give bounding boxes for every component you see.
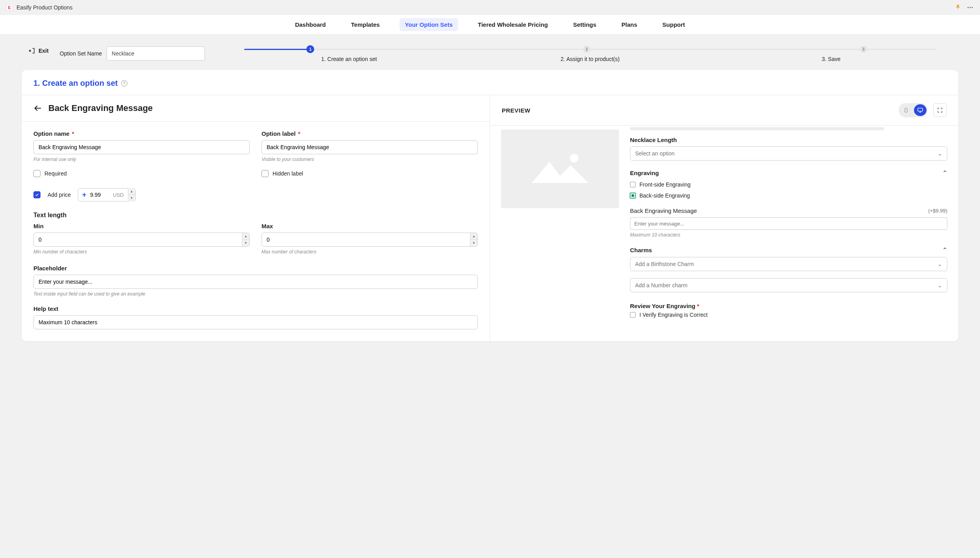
front-engraving-checkbox[interactable]	[630, 182, 636, 187]
svg-point-6	[570, 154, 578, 163]
required-label: Required	[44, 170, 67, 177]
front-engraving-label: Front-side Engraving	[639, 181, 691, 188]
svg-point-1	[970, 7, 971, 8]
price-step-down[interactable]: ▼	[128, 195, 135, 201]
nav-plans[interactable]: Plans	[616, 18, 643, 31]
main-panel: 1. Create an option set ? Back Engraving…	[22, 70, 958, 341]
svg-point-0	[967, 7, 969, 8]
option-label-label: Option label *	[262, 130, 478, 137]
back-arrow-icon[interactable]	[33, 104, 42, 113]
skeleton-line	[630, 127, 884, 130]
necklace-length-select[interactable]: Select an option ⌄	[630, 146, 947, 161]
verify-label: I Verify Engraving is Correct	[639, 312, 708, 318]
help-text-input[interactable]	[33, 315, 478, 329]
option-set-name-label: Option Set Name	[60, 50, 102, 57]
exit-button[interactable]: Exit	[28, 47, 49, 54]
back-engraving-label: Back-side Engraving	[639, 192, 690, 199]
back-engraving-checkbox[interactable]	[630, 193, 636, 198]
step-3-label: 3. Save	[711, 56, 952, 62]
add-price-label: Add price	[48, 192, 71, 198]
nav-tiered[interactable]: Tiered Wholesale Pricing	[472, 18, 553, 31]
option-name-hint: For internal use only	[33, 157, 250, 162]
nav-support[interactable]: Support	[657, 18, 691, 31]
svg-point-2	[972, 7, 973, 8]
app-title: Easify Product Options	[17, 4, 72, 11]
chevron-up-icon[interactable]: ⌃	[942, 169, 947, 177]
back-msg-hint: Maximum 10 characters	[630, 232, 947, 238]
svg-marker-5	[532, 162, 588, 183]
placeholder-heading: Placeholder	[33, 265, 478, 272]
add-price-checkbox[interactable]	[33, 191, 41, 198]
price-input[interactable]	[90, 192, 109, 198]
option-set-name-input[interactable]	[107, 46, 205, 61]
option-name-input[interactable]	[33, 140, 250, 154]
help-icon[interactable]: ?	[121, 80, 127, 87]
top-bar: E Easify Product Options	[0, 0, 980, 15]
step-1-node[interactable]: 1	[306, 45, 314, 53]
nav-your-option-sets[interactable]: Your Option Sets	[400, 18, 458, 31]
panel-title: 1. Create an option set	[33, 79, 118, 88]
expand-button[interactable]	[933, 103, 947, 117]
preview-title: PREVIEW	[502, 107, 531, 114]
exit-icon	[28, 47, 35, 54]
required-checkbox[interactable]	[33, 170, 41, 177]
text-length-heading: Text length	[33, 212, 478, 219]
help-text-heading: Help text	[33, 305, 478, 312]
price-input-group: + USD ▲ ▼	[78, 188, 135, 201]
more-icon[interactable]	[967, 4, 974, 11]
max-input[interactable]	[262, 233, 478, 247]
verify-checkbox[interactable]	[630, 312, 636, 318]
hidden-label-checkbox[interactable]	[262, 170, 269, 177]
review-label: Review Your Engraving *	[630, 303, 947, 309]
necklace-length-label: Necklace Length	[630, 137, 947, 143]
stepper-zone: Exit Option Set Name 1 2 3 1. Create an …	[0, 35, 980, 70]
number-charm-select[interactable]: Add a Number charm ⌄	[630, 278, 947, 292]
max-step-up[interactable]: ▲	[470, 233, 477, 240]
desktop-view-button[interactable]	[914, 104, 927, 116]
max-step-down[interactable]: ▼	[470, 240, 477, 246]
chevron-down-icon: ⌄	[938, 282, 942, 288]
step-3-node[interactable]: 3	[860, 46, 867, 53]
chevron-down-icon: ⌄	[938, 150, 942, 157]
placeholder-input[interactable]	[33, 275, 478, 289]
product-image-placeholder	[501, 129, 619, 208]
option-title: Back Engraving Message	[48, 103, 153, 113]
nav-dashboard[interactable]: Dashboard	[289, 18, 331, 31]
chevron-up-icon[interactable]: ⌃	[942, 246, 947, 254]
app-logo: E	[6, 4, 13, 11]
min-input[interactable]	[33, 233, 250, 247]
charms-label: Charms	[630, 247, 652, 253]
step-1-label: 1. Create an option set	[228, 56, 470, 62]
option-label-input[interactable]	[262, 140, 478, 154]
nav-settings[interactable]: Settings	[567, 18, 602, 31]
hidden-label-label: Hidden label	[273, 170, 303, 177]
exit-label: Exit	[39, 48, 49, 54]
preview-pane: PREVIEW	[490, 95, 958, 341]
progress-stepper: 1 2 3 1. Create an option set 2. Assign …	[228, 46, 952, 62]
placeholder-hint: Text inside input field can be used to g…	[33, 291, 478, 297]
nav-templates[interactable]: Templates	[346, 18, 385, 31]
pin-icon[interactable]	[956, 4, 961, 11]
min-hint: Min number of characters	[33, 249, 250, 255]
max-label: Max	[262, 223, 478, 229]
option-name-label: Option name *	[33, 130, 250, 137]
plus-icon: +	[78, 191, 90, 199]
step-2-node[interactable]: 2	[583, 46, 590, 53]
device-toggle	[899, 103, 928, 117]
back-msg-label: Back Engraving Message	[630, 207, 697, 214]
max-hint: Max number of characters	[262, 249, 478, 255]
min-label: Min	[33, 223, 250, 229]
editor-pane: Back Engraving Message Option name * For…	[22, 95, 490, 341]
step-2-label: 2. Assign it to product(s)	[470, 56, 711, 62]
price-step-up[interactable]: ▲	[128, 188, 135, 195]
min-step-up[interactable]: ▲	[242, 233, 249, 240]
engraving-label: Engraving	[630, 170, 659, 176]
option-label-hint: Visible to your customers	[262, 157, 478, 162]
svg-rect-4	[918, 108, 923, 111]
price-currency: USD	[109, 192, 127, 198]
min-step-down[interactable]: ▼	[242, 240, 249, 246]
back-msg-input[interactable]	[630, 217, 947, 230]
mobile-view-button[interactable]	[900, 104, 912, 116]
svg-rect-3	[905, 108, 907, 113]
birthstone-charm-select[interactable]: Add a Birthstone Charm ⌄	[630, 257, 947, 271]
